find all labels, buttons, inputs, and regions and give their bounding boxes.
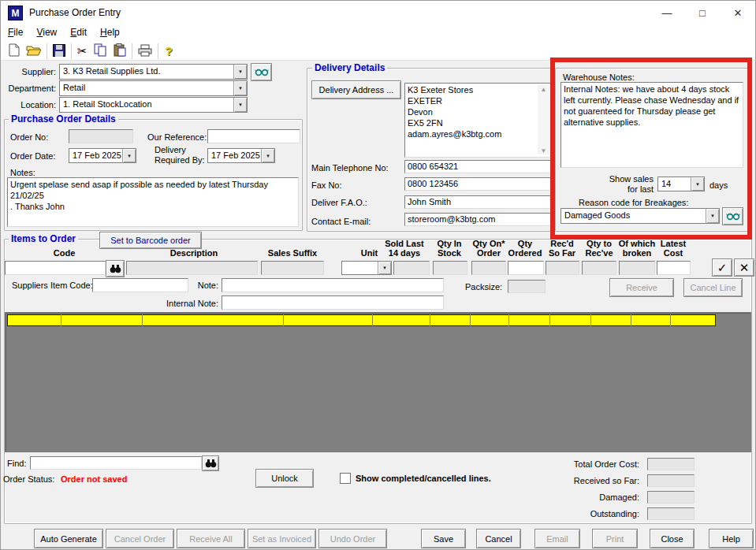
delivery-address-button[interactable]: Delivery Address ... [311, 80, 401, 99]
cancel-button[interactable]: Cancel [476, 529, 521, 548]
main-telephone-input[interactable]: 0800 654321 [404, 160, 551, 173]
deliver-fao-label: Deliver F.A.O.: [311, 198, 367, 207]
save-icon[interactable] [50, 44, 69, 58]
order-date-label: Order Date: [10, 151, 55, 161]
close-window-button[interactable]: Close [650, 529, 695, 548]
recd-so-far-field [546, 261, 579, 275]
order-no-label: Order No: [10, 132, 48, 142]
cut-icon[interactable]: ✂ [74, 45, 91, 57]
grid-divider [590, 314, 591, 326]
qty-ordered-input[interactable] [508, 261, 544, 275]
find-label: Find: [7, 459, 26, 468]
notes-textarea[interactable]: Urgent spelase send asap if possible as … [7, 177, 299, 227]
cancel-line-button[interactable]: Cancel Line [683, 278, 743, 297]
days-suffix-label: days [709, 180, 728, 190]
set-as-invoiced-button[interactable]: Set as Invoiced [248, 529, 316, 548]
cancel-entry-button[interactable]: ✕ [734, 258, 754, 277]
find-input[interactable] [30, 456, 202, 470]
find-search-button[interactable] [202, 455, 219, 471]
grid-divider [372, 314, 373, 326]
contact-email-input[interactable]: storeroom@k3btg.com [404, 213, 551, 226]
unit-select[interactable]: ▼ [341, 261, 392, 275]
toolbar-separator [132, 43, 132, 59]
delivery-address-box[interactable]: K3 Exeter Stores EXETER Devon EX5 2FN ad… [404, 83, 551, 158]
fax-no-input[interactable]: 0800 123456 [404, 177, 551, 191]
chevron-down-icon[interactable]: ▼ [691, 177, 704, 191]
qty-to-recve-field [582, 261, 616, 275]
delivery-required-picker[interactable]: 17 Feb 2025▼ [207, 148, 275, 163]
paste-icon[interactable] [110, 43, 129, 58]
window-title: Purchase Order Entry [29, 7, 121, 18]
items-to-order-title: Items to Order [9, 233, 78, 244]
main-telephone-label: Main Telephone No: [311, 163, 389, 173]
unlock-button[interactable]: Unlock [255, 469, 314, 488]
help-button[interactable]: Help [709, 529, 754, 548]
delivery-details-title: Delivery Details [312, 62, 387, 73]
total-order-cost-label: Total Order Cost: [491, 459, 639, 469]
our-reference-input[interactable] [207, 129, 300, 143]
chevron-down-icon[interactable]: ▼ [261, 149, 274, 162]
glasses-icon [726, 212, 740, 221]
show-sales-days-select[interactable]: 14▼ [657, 177, 705, 191]
menu-file[interactable]: File [2, 24, 28, 40]
latest-cost-input[interactable] [657, 261, 691, 275]
received-so-far-field [647, 474, 695, 487]
order-date-picker[interactable]: 17 Feb 2025▼ [69, 148, 136, 163]
confirm-line-button[interactable]: ✓ [712, 258, 732, 277]
warehouse-notes-textarea[interactable]: Internal Notes: we have about 4 days sto… [560, 82, 743, 168]
receive-button[interactable]: Receive [609, 278, 674, 297]
reason-code-select[interactable]: Damaged Goods▼ [560, 208, 720, 224]
new-document-icon[interactable] [6, 43, 23, 58]
receive-all-button[interactable]: Receive All [177, 529, 245, 548]
sold-last-field [393, 261, 430, 275]
supplier-select[interactable]: 3. K3 Retail Supplies Ltd.▼ [59, 64, 248, 80]
order-status-value: Order not saved [61, 474, 127, 484]
fax-no-label: Fax No: [311, 180, 342, 190]
supplier-lookup-button[interactable] [251, 63, 272, 81]
col-header-recd-so-far: Rec'dSo Far [544, 239, 580, 258]
print-button[interactable]: Print [592, 529, 638, 548]
department-label: Department: [2, 84, 56, 93]
help-icon[interactable]: ? [161, 44, 177, 58]
show-sales-label: Show sales for last [562, 174, 654, 195]
location-select[interactable]: 1. Retail StockLocation▼ [59, 97, 248, 113]
close-button[interactable]: ✕ [721, 2, 755, 24]
cancel-order-button[interactable]: Cancel Order [106, 529, 174, 548]
copy-icon[interactable] [91, 43, 110, 58]
col-header-latest-cost: LatestCost [656, 239, 691, 258]
reason-code-lookup-button[interactable] [722, 207, 743, 225]
item-code-input[interactable] [5, 261, 106, 275]
items-grid[interactable] [5, 312, 751, 452]
menu-view[interactable]: View [31, 24, 62, 40]
maximize-button[interactable]: □ [685, 2, 720, 24]
menu-help[interactable]: Help [95, 24, 125, 40]
scroll-up-icon[interactable]: ▲ [538, 87, 549, 93]
col-header-sales-suffix: Sales Suffix [261, 248, 324, 258]
chevron-down-icon[interactable]: ▼ [233, 81, 247, 95]
show-completed-checkbox[interactable] [340, 473, 351, 484]
print-icon[interactable] [135, 44, 155, 58]
save-button[interactable]: Save [421, 529, 466, 548]
undo-order-button[interactable]: Undo Order [318, 529, 387, 548]
item-code-search-button[interactable] [106, 260, 125, 277]
auto-generate-button[interactable]: Auto Generate [34, 529, 103, 548]
note-input[interactable] [222, 278, 444, 292]
menu-edit[interactable]: Edit [65, 24, 92, 40]
chevron-down-icon[interactable]: ▼ [233, 98, 247, 112]
minimize-button[interactable]: — [650, 2, 684, 24]
chevron-down-icon[interactable]: ▼ [378, 262, 391, 274]
department-select[interactable]: Retail▼ [59, 80, 248, 96]
chevron-down-icon[interactable]: ▼ [706, 209, 719, 223]
scrollbar[interactable]: ▲ ▼ [538, 84, 549, 154]
set-to-barcode-order-button[interactable]: Set to Barcode order [99, 232, 202, 249]
deliver-fao-input[interactable]: John Smith [404, 195, 551, 209]
internal-note-input[interactable] [222, 295, 444, 310]
chevron-down-icon[interactable]: ▼ [233, 65, 247, 79]
qty-on-order-field [471, 261, 506, 275]
open-folder-icon[interactable] [23, 44, 44, 58]
email-button[interactable]: Email [534, 529, 580, 548]
chevron-down-icon[interactable]: ▼ [122, 149, 136, 162]
sales-suffix-field [261, 261, 324, 275]
scroll-down-icon[interactable]: ▼ [538, 148, 549, 154]
col-header-of-which-broken: Of whichbroken [618, 239, 656, 258]
